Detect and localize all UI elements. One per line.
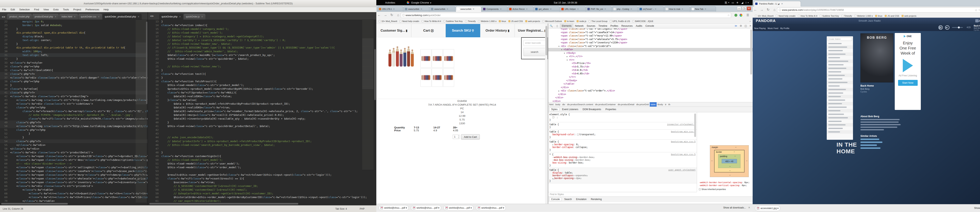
station-list-item[interactable] [827,49,853,52]
url-bar[interactable]: www.turtleking.com/quickOrder ☆ [401,13,731,18]
browser-tab[interactable]: New Tab✕ [690,6,716,12]
console-tab-console[interactable]: Console [549,198,562,201]
code-line[interactable]: 31 $product=$this->product_model->search… [148,87,376,91]
similar-artist-link[interactable] [861,138,879,140]
code-line[interactable]: 36 $data[0]->validSKU=class="c-kw">true; [148,106,376,109]
add-to-cart-button[interactable]: Add to Cart [461,134,480,140]
code-line[interactable]: 19 // $this->load->view('header_new', $d… [148,42,376,46]
browser-tab[interactable]: How to mak✕ [664,6,690,12]
station-list-item[interactable] [827,98,853,102]
code-line[interactable]: 68 <class="c-kw">tr><class="c-kw">th>Qua… [0,191,148,195]
code-line[interactable]: 24 [148,61,376,64]
code-line[interactable]: 53 } [0,135,148,139]
chevron-down-icon[interactable]: ▾ [777,207,778,210]
tree-node[interactable]: <span class=class="t-val">"casePack">14<… [548,31,752,34]
extension-icon[interactable] [740,14,743,17]
user-menu[interactable]: Jack Hsu ▾ [978,18,980,24]
bookmark-item[interactable]: How To Write A H [422,19,441,24]
code-line[interactable]: 58 <class="c-kw">span class=class="c-str… [0,154,148,158]
code-line[interactable]: 35 $data = $this->product_model->fetchPr… [148,102,376,106]
devtools-tab-sources[interactable]: Sources [585,24,597,28]
station-list-item[interactable] [827,105,853,109]
create-station-input[interactable]: Create Station [828,37,852,41]
display-icon[interactable]: ▭ [732,0,734,5]
code-line[interactable]: 25 div.productDetail span,div.productDet… [0,31,148,35]
code-line[interactable]: 30 width: 100px; [0,50,148,53]
product-side-thumbnail[interactable] [420,68,431,87]
checkbox-icon[interactable] [699,188,701,190]
code-line[interactable]: 34 }class="c-kw">else{ [148,98,376,102]
styles-pane[interactable]: element.style {: ;}inspector-stylesheet:… [548,112,697,192]
code-line[interactable]: 46 // $this->load->view('search_product_… [148,143,376,147]
bookmark-item[interactable]: Microsoft Outlook [542,19,562,24]
close-icon[interactable]: ✕ [473,8,474,10]
tree-node[interactable]: <span class=class="t-val">"sellingUnit">… [548,29,752,31]
style-source-link[interactable]: bootstrap.min.css:5 [671,153,695,156]
code-line[interactable]: 21 // $this->load->view('admin_header', … [148,50,376,53]
station-list-item[interactable] [827,109,853,112]
scrollbar[interactable] [146,22,147,104]
devtools-tab-profiles[interactable]: Profiles [609,24,620,28]
browser-tab[interactable]: URL Helper✕ [560,6,585,12]
code-line[interactable]: 49class="c-kw">function customerSignIn()… [148,154,376,158]
scrollbar[interactable] [150,203,298,204]
code-line[interactable]: 45 // $data['productInfo'] = $this->prod… [148,140,376,143]
station-list-item[interactable] [827,56,853,59]
tree-node[interactable]: ▶<tr>…</tr> [548,55,752,58]
code-line[interactable]: 42<class="c-kw">div class=class="c-str">… [0,95,148,98]
style-rule[interactable]: inspector-stylesheet:1table {} [548,122,697,130]
nav-tab-customer-sig-[interactable]: Customer Sig... ▮ [377,24,411,37]
tree-node[interactable]: ▶<div class=class="t-val">"order">…</div… [548,89,752,93]
reload-icon[interactable]: ↻ [765,6,771,13]
code-line[interactable]: 40 } [148,120,376,124]
breadcrumb-item[interactable]: th [667,102,671,107]
code-line[interactable]: 33 $data[0]->validSKU=class="c-kw">false… [148,95,376,98]
code-line[interactable]: 52 } [0,132,148,135]
code-line[interactable]: 27class="c-kw">function test(){ [148,72,376,76]
code-line[interactable]: 38 $data[0]->msrp=(class="c-kw">ceil(2.1… [148,113,376,117]
pandora-nav-music-feed[interactable]: Music Feed [768,27,778,29]
breadcrumb-item[interactable]: div.productDetail [617,102,635,107]
bookmark-item[interactable]: The Local Group [589,19,608,24]
code-line[interactable]: 63 <class="c-kw">span class=class="c-str… [0,173,148,177]
code-line[interactable]: 37<class="c-kw">div class=class="c-str">… [0,76,148,79]
code-line[interactable]: 39} [0,83,148,87]
tree-node[interactable]: </div> [548,86,752,89]
style-rule[interactable]: bootstrap.min.css:5table {▶ border-spaci… [548,140,697,152]
browser-tab[interactable]: PHP: file_exi✕ [586,6,612,12]
menu-item-preferences[interactable]: Preferences [83,7,101,12]
expander-icon[interactable]: ▼ [566,58,569,62]
show-all-downloads-link[interactable]: Show all downloads... [974,207,980,209]
bookmarks-overflow-icon[interactable]: » [749,19,751,24]
style-rule[interactable]: bootstrap.min.css:5table {background-col… [548,130,697,140]
close-icon[interactable]: ✕ [604,8,606,10]
track-album[interactable]: Cycles [861,90,867,93]
menu-icon[interactable]: ☰ [746,13,749,17]
tree-node[interactable]: ▼<table> [548,48,752,51]
bookmark-item[interactable]: to learn [564,19,574,24]
station-list-item[interactable] [827,59,853,63]
inspect-search-icon[interactable]: 🔍 [548,24,554,28]
similar-artist-link[interactable] [861,141,882,143]
bookmark-item[interactable]: Sublime Text Key [443,19,463,24]
code-line[interactable]: 67 <class="c-kw">table> [0,188,148,191]
chevron-down-icon[interactable]: ▾ [438,207,439,209]
breadcrumb-item[interactable]: body [555,102,562,107]
code-line[interactable]: 13} [148,19,376,23]
close-icon[interactable]: ✕ [577,8,579,10]
editor-tab[interactable]: product_model.php [7,14,32,19]
browser-tab[interactable]: get_where✕ [534,6,560,12]
close-button[interactable]: ✕ [747,6,751,10]
minimap[interactable] [362,21,374,170]
console-tab-emulation[interactable]: Emulation [574,198,588,201]
station-list-item[interactable] [827,81,853,84]
style-source-link[interactable]: bootstrap.min.css:5 [671,140,695,143]
code-line[interactable]: 30 $this->load->model(class="c-str">'pro… [148,83,376,87]
code-line[interactable]: 35class="c-kw">if(!$validSKU){ [0,68,148,72]
browser-tab[interactable]: www.turtlek✕ [404,6,429,12]
station-list-item[interactable] [827,63,853,67]
bookmark-star-icon[interactable]: ☆ [727,13,730,18]
restore-button[interactable]: ❐ [742,6,746,10]
tree-node[interactable]: <td>4.9</td> [548,69,752,72]
code-line[interactable]: 61 // var_export($historialOrder); [148,199,376,203]
